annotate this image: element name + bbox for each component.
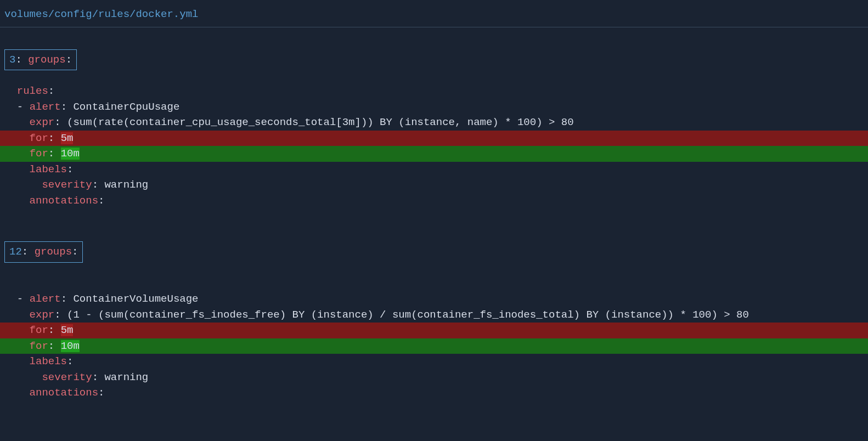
- hunk-colon: :: [22, 246, 35, 258]
- hunk-1: 12: groups: - alert: ContainerVolumeUsag…: [0, 241, 868, 401]
- diff-line-context: annotations:: [0, 193, 868, 209]
- indent: [4, 371, 42, 383]
- yaml-value: (sum(rate(container_cpu_usage_seconds_to…: [67, 116, 574, 128]
- yaml-key: severity: [42, 179, 92, 191]
- indent: [4, 132, 30, 144]
- diff-line-added: for: 10m: [0, 338, 868, 354]
- indent: [4, 179, 42, 191]
- yaml-colon: :: [48, 340, 61, 352]
- yaml-value: 10m: [61, 340, 80, 352]
- yaml-colon: :: [61, 101, 74, 113]
- hunk-0: 3: groups: rules: - alert: ContainerCpuU…: [0, 49, 868, 209]
- yaml-key: labels: [30, 355, 67, 368]
- hunk-trailing-colon: :: [66, 54, 72, 66]
- yaml-colon: :: [48, 148, 61, 160]
- yaml-key: for: [30, 340, 48, 352]
- diff-line-context: severity: warning: [0, 370, 868, 386]
- indent: [4, 148, 30, 160]
- yaml-key: labels: [30, 163, 67, 176]
- diff-line-context: - alert: ContainerVolumeUsage: [0, 291, 868, 307]
- diff-line-context: - alert: ContainerCpuUsage: [0, 99, 868, 115]
- yaml-value: 5m: [61, 324, 74, 336]
- yaml-value: 10m: [61, 148, 80, 160]
- indent: [4, 387, 30, 399]
- yaml-value: 5m: [61, 132, 74, 144]
- hunk-lines: - alert: ContainerVolumeUsage expr: (1 -…: [0, 276, 868, 401]
- indent: [4, 163, 30, 176]
- yaml-colon: :: [48, 324, 61, 336]
- indent: [4, 85, 17, 97]
- diff-line-context: rules:: [0, 83, 868, 99]
- diff-line-added: for: 10m: [0, 146, 868, 162]
- indent: [4, 116, 30, 128]
- indent: [4, 309, 30, 321]
- diff-line-removed: for: 5m: [0, 323, 868, 338]
- yaml-colon: :: [54, 309, 67, 321]
- diff-line-context: labels:: [0, 354, 868, 370]
- yaml-colon: :: [67, 163, 73, 176]
- yaml-colon: :: [92, 179, 105, 191]
- hunk-line-number: 12: [9, 246, 22, 258]
- indent: [4, 355, 30, 368]
- yaml-key: expr: [30, 309, 55, 321]
- indent: [4, 101, 17, 113]
- diff-container: 3: groups: rules: - alert: ContainerCpuU…: [0, 27, 868, 401]
- yaml-key: for: [30, 324, 48, 336]
- hunk-key: groups: [28, 54, 65, 66]
- yaml-dash: -: [17, 101, 30, 113]
- hunk-key: groups: [35, 246, 72, 258]
- diff-line-context: expr: (sum(rate(container_cpu_usage_seco…: [0, 115, 868, 131]
- hunk-header: 3: groups:: [4, 49, 77, 71]
- yaml-value: warning: [104, 371, 148, 383]
- yaml-key: alert: [30, 293, 61, 305]
- yaml-colon: :: [54, 116, 67, 128]
- indent: [4, 324, 30, 336]
- yaml-key: annotations: [30, 387, 98, 399]
- hunk-spacer: [0, 208, 868, 241]
- yaml-colon: :: [48, 132, 61, 144]
- yaml-value: ContainerVolumeUsage: [73, 293, 198, 305]
- blank-line: [0, 276, 868, 292]
- hunk-trailing-colon: :: [72, 246, 78, 258]
- indent: [4, 195, 30, 207]
- hunk-lines: rules: - alert: ContainerCpuUsage expr: …: [0, 83, 868, 208]
- yaml-colon: :: [98, 387, 104, 399]
- yaml-key: annotations: [30, 195, 98, 207]
- yaml-key: expr: [30, 116, 55, 128]
- yaml-dash: -: [17, 293, 30, 305]
- diff-line-removed: for: 5m: [0, 131, 868, 146]
- yaml-key: severity: [42, 371, 92, 383]
- diff-line-context: expr: (1 - (sum(container_fs_inodes_free…: [0, 307, 868, 323]
- yaml-colon: :: [48, 85, 54, 97]
- file-path-header: volumes/config/rules/docker.yml: [0, 0, 868, 27]
- diff-line-context: annotations:: [0, 385, 868, 401]
- yaml-colon: :: [61, 293, 74, 305]
- diff-line-context: severity: warning: [0, 177, 868, 193]
- yaml-value: ContainerCpuUsage: [73, 101, 179, 113]
- indent: [4, 293, 17, 305]
- yaml-key: for: [30, 132, 48, 144]
- yaml-value: (1 - (sum(container_fs_inodes_free) BY (…: [67, 309, 749, 321]
- yaml-key: alert: [30, 101, 61, 113]
- yaml-colon: :: [98, 195, 104, 207]
- file-path-text: volumes/config/rules/docker.yml: [4, 8, 198, 20]
- yaml-colon: :: [67, 355, 73, 368]
- yaml-colon: :: [92, 371, 105, 383]
- diff-line-context: labels:: [0, 162, 868, 178]
- yaml-key: rules: [17, 85, 48, 97]
- yaml-value: warning: [104, 179, 148, 191]
- yaml-key: for: [30, 148, 48, 160]
- hunk-header: 12: groups:: [4, 241, 83, 263]
- indent: [4, 340, 30, 352]
- hunk-line-number: 3: [9, 54, 15, 66]
- hunk-colon: :: [15, 54, 28, 66]
